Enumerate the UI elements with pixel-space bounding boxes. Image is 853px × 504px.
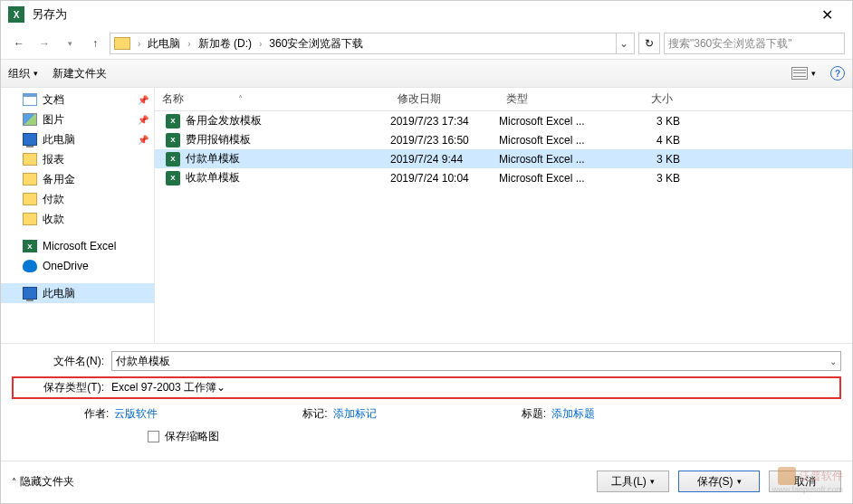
icon-folder bbox=[23, 193, 37, 205]
file-size: 4 KB bbox=[608, 134, 680, 147]
breadcrumb-dropdown[interactable]: ⌄ bbox=[616, 33, 630, 53]
sidebar-item-label: 此电脑 bbox=[43, 132, 75, 147]
title-value[interactable]: 添加标题 bbox=[551, 406, 595, 422]
sidebar-item-label: 此电脑 bbox=[43, 286, 75, 301]
file-type: Microsoft Excel ... bbox=[499, 172, 608, 185]
icon-pc bbox=[23, 287, 37, 300]
breadcrumb-folder[interactable]: 360安全浏览器下载 bbox=[267, 36, 365, 52]
pin-icon: 📌 bbox=[138, 135, 149, 145]
file-name: 收款单模板 bbox=[186, 170, 240, 185]
sidebar-item[interactable]: 此电脑📌 bbox=[1, 129, 154, 149]
up-button[interactable]: ↑ bbox=[84, 33, 106, 54]
file-list-area: 名称˄ 修改日期 类型 大小 X备用金发放模板2019/7/23 17:34Mi… bbox=[155, 88, 852, 343]
icon-pic bbox=[23, 113, 37, 126]
sidebar-item[interactable]: OneDrive bbox=[1, 256, 154, 276]
file-type: Microsoft Excel ... bbox=[499, 134, 608, 147]
forward-button[interactable]: → bbox=[34, 33, 55, 54]
file-row[interactable]: X收款单模板2019/7/24 10:04Microsoft Excel ...… bbox=[155, 168, 852, 187]
pin-icon: 📌 bbox=[138, 115, 149, 125]
file-type: Microsoft Excel ... bbox=[499, 115, 608, 128]
help-button[interactable]: ? bbox=[830, 66, 845, 81]
chevron-down-icon[interactable]: ⌄ bbox=[216, 381, 225, 394]
chevron-up-icon: ˄ bbox=[12, 477, 16, 487]
icon-folder bbox=[23, 213, 37, 225]
file-name: 费用报销模板 bbox=[186, 132, 251, 147]
sidebar-item-label: Microsoft Excel bbox=[43, 240, 116, 252]
organize-button[interactable]: 组织▾ bbox=[8, 66, 38, 81]
search-input[interactable]: 搜索"360安全浏览器下载" bbox=[664, 33, 845, 54]
new-folder-button[interactable]: 新建文件夹 bbox=[53, 66, 107, 81]
author-value[interactable]: 云版软件 bbox=[114, 406, 158, 422]
icon-folder bbox=[23, 153, 37, 166]
excel-file-icon: X bbox=[166, 171, 180, 185]
sidebar: 文档📌图片📌此电脑📌报表备用金付款收款XMicrosoft ExcelOneDr… bbox=[1, 88, 155, 343]
sidebar-item[interactable]: 图片📌 bbox=[1, 109, 154, 129]
column-headers: 名称˄ 修改日期 类型 大小 bbox=[155, 88, 852, 111]
column-type[interactable]: 类型 bbox=[499, 91, 608, 107]
tools-button[interactable]: 工具(L)▾ bbox=[597, 471, 669, 492]
tags-value[interactable]: 添加标记 bbox=[333, 406, 377, 422]
file-date: 2019/7/24 10:04 bbox=[390, 172, 499, 185]
hide-folders-button[interactable]: ˄隐藏文件夹 bbox=[12, 474, 74, 490]
back-button[interactable]: ← bbox=[8, 33, 30, 54]
chevron-right-icon: › bbox=[255, 39, 265, 49]
window-title: 另存为 bbox=[32, 6, 809, 23]
list-view-icon bbox=[791, 67, 808, 80]
view-options-button[interactable]: ▾ bbox=[791, 67, 816, 80]
chevron-right-icon: › bbox=[134, 39, 144, 49]
sidebar-item-label: 图片 bbox=[43, 112, 64, 128]
icon-excel: X bbox=[23, 240, 37, 252]
sidebar-item[interactable]: 报表 bbox=[1, 149, 154, 169]
chevron-right-icon: › bbox=[184, 39, 194, 49]
savetype-select[interactable]: Excel 97-2003 工作簿⌄ bbox=[111, 380, 225, 395]
pin-icon: 📌 bbox=[138, 95, 149, 105]
file-row[interactable]: X费用报销模板2019/7/23 16:50Microsoft Excel ..… bbox=[155, 130, 852, 149]
sidebar-item[interactable]: 备用金 bbox=[1, 169, 154, 189]
refresh-button[interactable]: ↻ bbox=[638, 33, 660, 54]
sidebar-item-label: 备用金 bbox=[43, 172, 75, 187]
breadcrumb[interactable]: › 此电脑 › 新加卷 (D:) › 360安全浏览器下载 ⌄ bbox=[110, 33, 635, 54]
file-row[interactable]: X备用金发放模板2019/7/23 17:34Microsoft Excel .… bbox=[155, 111, 852, 130]
column-size[interactable]: 大小 bbox=[608, 91, 680, 107]
sidebar-item-label: 收款 bbox=[43, 212, 64, 227]
sidebar-item-label: 付款 bbox=[43, 192, 64, 207]
titlebar: X 另存为 ✕ bbox=[1, 1, 852, 28]
column-name[interactable]: 名称˄ bbox=[155, 91, 390, 107]
filename-label: 文件名(N): bbox=[12, 354, 111, 369]
file-name: 付款单模板 bbox=[186, 151, 240, 166]
sidebar-item-label: OneDrive bbox=[43, 260, 89, 272]
file-size: 3 KB bbox=[608, 115, 680, 128]
column-date[interactable]: 修改日期 bbox=[390, 91, 499, 107]
recent-dropdown[interactable]: ▾ bbox=[59, 33, 81, 54]
sidebar-item[interactable]: 收款 bbox=[1, 209, 154, 229]
excel-file-icon: X bbox=[166, 152, 180, 166]
icon-cloud bbox=[23, 260, 37, 272]
form-area: 文件名(N): 付款单模板⌄ 保存类型(T): Excel 97-2003 工作… bbox=[1, 343, 852, 457]
file-date: 2019/7/24 9:44 bbox=[390, 153, 499, 166]
title-label: 标题: bbox=[522, 406, 546, 422]
file-date: 2019/7/23 17:34 bbox=[390, 115, 499, 128]
sidebar-item[interactable]: 付款 bbox=[1, 189, 154, 209]
sidebar-item-label: 文档 bbox=[43, 92, 64, 108]
close-button[interactable]: ✕ bbox=[809, 6, 845, 24]
metadata-row: 作者:云版软件 标记:添加标记 标题:添加标题 bbox=[12, 406, 841, 422]
footer: ˄隐藏文件夹 工具(L)▾ 保存(S)▾ 取消 bbox=[1, 465, 852, 501]
file-row[interactable]: X付款单模板2019/7/24 9:44Microsoft Excel ...3… bbox=[155, 149, 852, 168]
thumbnail-label: 保存缩略图 bbox=[165, 429, 219, 444]
breadcrumb-root[interactable]: 此电脑 bbox=[146, 36, 182, 52]
file-date: 2019/7/23 16:50 bbox=[390, 134, 499, 147]
sidebar-item[interactable]: XMicrosoft Excel bbox=[1, 236, 154, 256]
chevron-down-icon[interactable]: ⌄ bbox=[829, 357, 837, 366]
sidebar-item[interactable]: 文档📌 bbox=[1, 90, 154, 109]
file-name: 备用金发放模板 bbox=[186, 113, 262, 128]
sidebar-item[interactable]: 此电脑 bbox=[1, 283, 154, 303]
file-type: Microsoft Excel ... bbox=[499, 153, 608, 166]
breadcrumb-drive[interactable]: 新加卷 (D:) bbox=[196, 36, 254, 52]
cancel-button[interactable]: 取消 bbox=[769, 471, 841, 492]
thumbnail-checkbox[interactable] bbox=[148, 431, 159, 442]
file-size: 3 KB bbox=[608, 153, 680, 166]
save-button[interactable]: 保存(S)▾ bbox=[678, 471, 760, 492]
address-bar: ← → ▾ ↑ › 此电脑 › 新加卷 (D:) › 360安全浏览器下载 ⌄ … bbox=[1, 28, 852, 59]
folder-icon bbox=[114, 37, 130, 50]
filename-input[interactable]: 付款单模板⌄ bbox=[111, 351, 841, 371]
